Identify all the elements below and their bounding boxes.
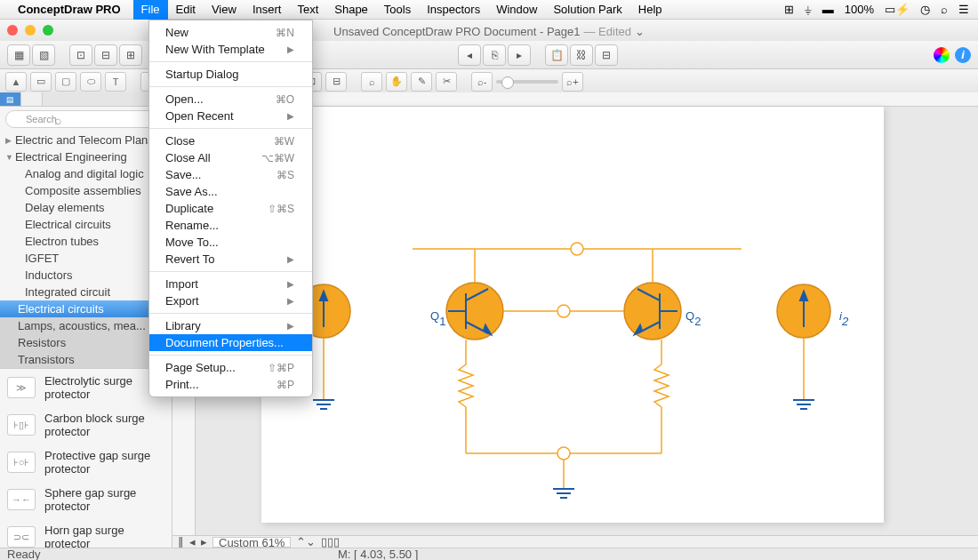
zoom-window[interactable]: [43, 25, 53, 36]
clock-icon[interactable]: ◷: [920, 3, 930, 16]
tree-item[interactable]: IGFET: [0, 250, 172, 267]
tree-item[interactable]: Inductors: [0, 267, 172, 284]
rounded-tool[interactable]: ▢: [55, 72, 76, 92]
battery-text[interactable]: 100%: [845, 3, 874, 16]
menu-item-export[interactable]: Export▶: [149, 292, 312, 309]
eyedropper-tool[interactable]: ✎: [411, 72, 432, 92]
menu-item-new-with-template[interactable]: New With Template▶: [149, 41, 312, 58]
document-title: Unsaved ConceptDraw PRO Document - Page1: [333, 25, 580, 38]
menu-item-rename-[interactable]: Rename...: [149, 217, 312, 234]
menu-help[interactable]: Help: [630, 0, 670, 20]
close-window[interactable]: [7, 25, 18, 36]
tool-hierarchy-3[interactable]: ⊞: [119, 44, 142, 66]
menu-item-import[interactable]: Import▶: [149, 276, 312, 292]
wifi-icon[interactable]: ⏚: [805, 3, 812, 16]
chevron-down-icon[interactable]: ⌄: [635, 25, 645, 38]
tree-item[interactable]: Delay elements: [0, 199, 172, 216]
tree-item[interactable]: Electron tubes: [0, 233, 172, 250]
tree-item[interactable]: Integrated circuit: [0, 284, 172, 300]
menu-item-revert-to[interactable]: Revert To▶: [149, 251, 312, 268]
sidebar-tab-2[interactable]: [21, 92, 43, 106]
crop-tool[interactable]: ✂: [436, 72, 457, 92]
group-tool[interactable]: ⊟: [325, 72, 347, 92]
menu-item-close[interactable]: Close⌘W: [149, 132, 312, 149]
tree-item[interactable]: Analog and digital logic: [0, 165, 172, 182]
zoom-slider[interactable]: [496, 80, 558, 84]
flag-icon[interactable]: ▬: [822, 3, 834, 16]
menu-shape[interactable]: Shape: [326, 0, 376, 20]
menu-item-duplicate[interactable]: Duplicate⇧⌘S: [149, 200, 312, 217]
app-name[interactable]: ConceptDraw PRO: [18, 3, 121, 16]
list-icon[interactable]: ☰: [958, 3, 969, 16]
rect-tool[interactable]: ▭: [30, 72, 52, 92]
tree-item[interactable]: Resistors: [0, 334, 172, 351]
menu-window[interactable]: Window: [488, 0, 545, 20]
menu-item-open-recent[interactable]: Open Recent▶: [149, 108, 312, 124]
menu-solution-park[interactable]: Solution Park: [545, 0, 629, 20]
drawing-page[interactable]: Q1 Q2 i2: [261, 107, 884, 523]
stencil-item[interactable]: ≫Electrolytic surge protector: [0, 369, 172, 406]
tool-paste[interactable]: 📋: [545, 44, 568, 66]
tree-item[interactable]: Electrical circuits: [0, 300, 172, 317]
tree-item[interactable]: Composite assemblies: [0, 182, 172, 199]
tool-hierarchy-2[interactable]: ⊟: [94, 44, 117, 66]
zoom-out-icon[interactable]: ⌕-: [471, 72, 493, 92]
menu-tools[interactable]: Tools: [376, 0, 419, 20]
spotlight-icon[interactable]: ⌕: [941, 3, 948, 16]
pointer-tool[interactable]: ▲: [5, 72, 27, 92]
menu-edit[interactable]: Edit: [168, 0, 204, 20]
tool-copy[interactable]: ⎘: [483, 44, 506, 66]
menu-view[interactable]: View: [204, 0, 244, 20]
battery-icon[interactable]: ▭⚡: [885, 3, 910, 16]
stencil-item[interactable]: ⊃⊂Horn gap surge protector: [0, 518, 172, 548]
stencil-item[interactable]: →←Sphere gap surge protector: [0, 481, 172, 518]
menu-item-library[interactable]: Library▶: [149, 317, 312, 334]
zoom-stepper[interactable]: ⌃⌄: [296, 535, 316, 548]
menu-item-startup-dialog[interactable]: Startup Dialog: [149, 66, 312, 83]
hand-tool[interactable]: ✋: [386, 72, 407, 92]
menu-item-close-all[interactable]: Close All⌥⌘W: [149, 149, 312, 166]
menu-item-move-to-[interactable]: Move To...: [149, 234, 312, 251]
tool-swatch[interactable]: ▧: [32, 44, 55, 66]
grid-icon[interactable]: ⊞: [784, 3, 794, 16]
menu-item-document-properties-[interactable]: Document Properties...: [149, 334, 312, 351]
text-tool[interactable]: T: [105, 72, 126, 92]
tree-item[interactable]: Lamps, acoustics, mea...: [0, 317, 172, 334]
menu-insert[interactable]: Insert: [244, 0, 290, 20]
menu-item-print-[interactable]: Print...⌘P: [149, 376, 312, 393]
stencil-item[interactable]: ⊦○⊦Protective gap surge protector: [0, 444, 172, 481]
page-tabs[interactable]: ▯▯▯: [321, 535, 340, 548]
zoom-dropdown[interactable]: Custom 61%: [212, 537, 291, 548]
color-picker-icon[interactable]: [934, 47, 950, 63]
zoom-in-tool[interactable]: ⌕: [361, 72, 382, 92]
tool-layers[interactable]: ▦: [7, 44, 30, 66]
stencil-item[interactable]: ⊦▯⊦Carbon block surge protector: [0, 406, 172, 444]
prev-page[interactable]: ◂: [189, 535, 196, 548]
tree-item[interactable]: ▼Electrical Engineering: [0, 148, 172, 165]
minimize-window[interactable]: [25, 25, 36, 36]
zoom-in-icon[interactable]: ⌕+: [562, 72, 583, 92]
search-input[interactable]: Search: [5, 110, 166, 128]
pause-icon[interactable]: ‖: [178, 535, 184, 548]
menu-file[interactable]: File: [133, 0, 168, 20]
tree-item[interactable]: ▶Electric and Telecom Plans: [0, 132, 172, 148]
tool-chain[interactable]: ⛓: [570, 44, 593, 66]
menu-item-new[interactable]: New⌘N: [149, 24, 312, 41]
label-q1: Q1: [430, 309, 445, 328]
tool-org[interactable]: ⊟: [595, 44, 618, 66]
menu-item-open-[interactable]: Open...⌘O: [149, 91, 312, 108]
menu-item-page-setup-[interactable]: Page Setup...⇧⌘P: [149, 359, 312, 376]
menu-item-save-as-[interactable]: Save As...: [149, 183, 312, 200]
menu-inspectors[interactable]: Inspectors: [419, 0, 488, 20]
sidebar-tab-libs[interactable]: ▤: [0, 92, 21, 106]
menu-item-save-[interactable]: Save...⌘S: [149, 166, 312, 183]
info-icon[interactable]: i: [955, 47, 971, 63]
tool-forward[interactable]: ▸: [508, 44, 531, 66]
tool-back[interactable]: ◂: [458, 44, 481, 66]
tree-item[interactable]: Transistors: [0, 351, 172, 368]
tree-item[interactable]: Electrical circuits: [0, 216, 172, 233]
tool-hierarchy[interactable]: ⊡: [69, 44, 92, 66]
ellipse-tool[interactable]: ⬭: [80, 72, 101, 92]
menu-text[interactable]: Text: [289, 0, 326, 20]
next-page[interactable]: ▸: [201, 535, 207, 548]
